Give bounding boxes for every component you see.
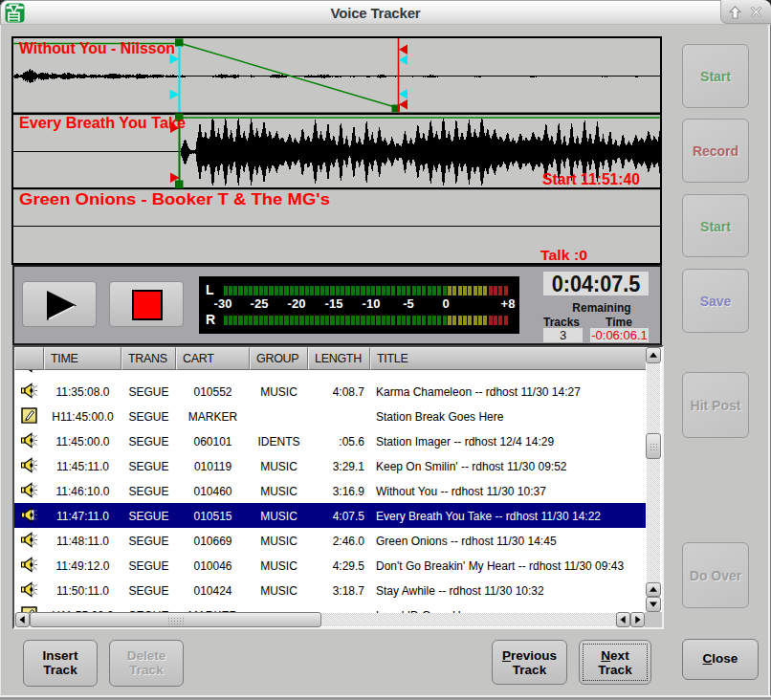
svg-text:Green Onions - Booker T & The: Green Onions - Booker T & The MG's	[19, 190, 330, 208]
svg-text:Talk :0: Talk :0	[540, 247, 587, 263]
svg-text:Without You - Nilsson: Without You - Nilsson	[19, 39, 175, 57]
svg-text:Start 11:51:40: Start 11:51:40	[542, 171, 640, 187]
svg-text:Every Breath You Take: Every Breath You Take	[19, 114, 186, 132]
